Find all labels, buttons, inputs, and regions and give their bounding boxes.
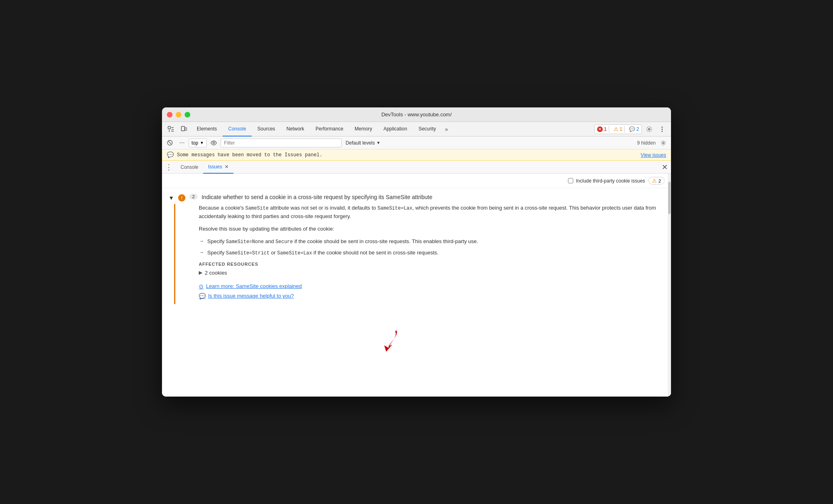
title-bar: DevTools - www.youtube.com/: [162, 107, 671, 122]
badge-divider-1: [609, 126, 609, 132]
issue-header[interactable]: ▼ ! 2 Indicate whether to send a cookie …: [162, 191, 671, 204]
minimize-button[interactable]: [176, 112, 181, 118]
devtools-panel: Elements Console Sources Network Perform…: [162, 122, 671, 397]
tab-performance[interactable]: Performance: [310, 122, 349, 136]
tab-application[interactable]: Application: [378, 122, 413, 136]
svg-point-8: [662, 126, 663, 128]
log-levels-button[interactable]: Default levels ▼: [343, 140, 383, 146]
error-badge: ✕ 1: [597, 126, 607, 132]
inner-tabs-bar: ⋮ Console Issues ✕ ✕: [162, 161, 671, 174]
issue-title: Indicate whether to send a cookie in a c…: [202, 194, 432, 200]
svg-point-10: [662, 130, 663, 132]
svg-point-13: [181, 143, 182, 143]
chevron-down-icon: ▼: [200, 141, 204, 145]
settings-gear-icon[interactable]: [658, 138, 669, 148]
third-party-filter-label[interactable]: Include third-party cookie issues: [568, 178, 645, 184]
info-badge: 💬 2: [627, 126, 639, 132]
more-options-button[interactable]: [656, 124, 668, 135]
scrollbar-thumb[interactable]: [668, 182, 671, 214]
issues-count-badge: ⚠ 2: [648, 177, 665, 185]
more-tabs-button[interactable]: »: [442, 126, 451, 132]
bullet-1: → Specify SameSite=None and Secure if th…: [199, 237, 665, 246]
dots-menu-icon[interactable]: ⋮: [165, 164, 172, 171]
devtools-top-bar: Elements Console Sources Network Perform…: [162, 122, 671, 136]
device-toggle-button[interactable]: [178, 124, 189, 135]
tab-network[interactable]: Network: [281, 122, 310, 136]
tab-sources[interactable]: Sources: [252, 122, 281, 136]
bullet-1-text: Specify SameSite=None and Secure if the …: [207, 237, 478, 246]
external-link-icon: ⊙: [199, 283, 204, 290]
inner-tab-console[interactable]: Console: [176, 161, 203, 174]
eye-icon-button[interactable]: [208, 138, 219, 148]
show-drawer-button[interactable]: [177, 138, 187, 148]
right-controls: ✕ 1 ⚠ 1 💬 2: [594, 124, 668, 135]
issues-banner: 💬 Some messages have been moved to the I…: [162, 149, 671, 161]
browser-window: DevTools - www.youtube.com/: [162, 107, 671, 397]
clear-console-button[interactable]: [164, 138, 175, 148]
warn-badge: ⚠ 1: [611, 126, 623, 132]
svg-rect-5: [181, 126, 185, 131]
window-controls: [167, 112, 190, 118]
warning-count-icon: ⚠: [652, 178, 657, 184]
hidden-count-area: 9 hidden: [637, 138, 669, 148]
error-badge-group[interactable]: ✕ 1 ⚠ 1 💬 2: [594, 124, 642, 134]
red-arrow-annotation: [364, 324, 400, 358]
view-issues-link[interactable]: View issues: [641, 152, 666, 158]
issues-filter-bar: Include third-party cookie issues ⚠ 2: [162, 174, 671, 188]
maximize-button[interactable]: [185, 112, 190, 118]
issue-body: Because a cookie's SameSite attribute wa…: [174, 204, 671, 304]
context-select[interactable]: top ▼: [189, 139, 207, 147]
warning-icon: ⚠: [614, 126, 618, 132]
svg-rect-0: [168, 126, 170, 129]
issues-content: Include third-party cookie issues ⚠ 2 ▼ …: [162, 174, 671, 397]
svg-point-16: [213, 142, 215, 144]
settings-button[interactable]: [644, 124, 655, 135]
svg-point-15: [183, 143, 184, 143]
issue-resolve-label: Resolve this issue by updating the attri…: [199, 225, 665, 233]
cookies-toggle[interactable]: ▶ 2 cookies: [199, 269, 665, 277]
issue-links: ⊙ Learn more: SameSite cookies explained…: [199, 283, 665, 299]
filter-input[interactable]: [221, 139, 342, 147]
close-issues-tab-icon[interactable]: ✕: [225, 164, 229, 170]
close-panel-button-area: ✕: [662, 163, 668, 172]
badge-divider-2: [624, 126, 625, 132]
tab-elements[interactable]: Elements: [191, 122, 223, 136]
window-title: DevTools - www.youtube.com/: [381, 111, 452, 118]
svg-point-9: [662, 128, 663, 130]
chevron-down-icon: ▼: [377, 141, 381, 145]
scrollbar[interactable]: [668, 174, 671, 397]
third-party-filter-checkbox[interactable]: [568, 178, 573, 183]
issue-group: ▼ ! 2 Indicate whether to send a cookie …: [162, 188, 671, 307]
inner-tab-issues[interactable]: Issues ✕: [203, 161, 233, 174]
cookies-arrow-icon: ▶: [199, 270, 202, 275]
svg-rect-6: [185, 128, 187, 130]
chat-feedback-icon: 💬: [199, 293, 206, 299]
inspect-element-button[interactable]: [165, 124, 177, 135]
banner-left: 💬 Some messages have been moved to the I…: [167, 151, 322, 158]
info-chat-icon: 💬: [167, 151, 174, 158]
close-panel-button[interactable]: ✕: [662, 163, 668, 172]
svg-line-12: [168, 141, 171, 144]
tab-memory[interactable]: Memory: [349, 122, 378, 136]
issue-toggle-icon[interactable]: ▼: [168, 195, 174, 201]
svg-point-14: [180, 143, 181, 143]
affected-resources-label: AFFECTED RESOURCES: [199, 262, 665, 267]
close-button[interactable]: [167, 112, 172, 118]
issue-count-badge: 2: [189, 194, 198, 200]
svg-point-7: [648, 128, 650, 130]
bullet-2: → Specify SameSite=Strict or SameSite=La…: [199, 249, 665, 257]
arrow-icon-1: →: [199, 238, 204, 244]
bullet-2-text: Specify SameSite=Strict or SameSite=Lax …: [207, 249, 438, 257]
issue-warning-icon: !: [178, 194, 185, 202]
svg-point-17: [663, 142, 664, 143]
arrow-icon-2: →: [199, 249, 204, 255]
nav-tabs: Elements Console Sources Network Perform…: [191, 122, 593, 136]
helpful-feedback-link[interactable]: 💬 Is this issue message helpful to you?: [199, 293, 665, 299]
error-icon: ✕: [597, 126, 603, 132]
learn-more-link[interactable]: ⊙ Learn more: SameSite cookies explained: [199, 283, 665, 290]
tab-console[interactable]: Console: [223, 122, 252, 136]
console-toolbar: top ▼ Default levels ▼ 9 hidden: [162, 136, 671, 149]
tab-security[interactable]: Security: [413, 122, 442, 136]
chat-icon: 💬: [629, 126, 635, 132]
issue-description: Because a cookie's SameSite attribute wa…: [199, 204, 665, 221]
